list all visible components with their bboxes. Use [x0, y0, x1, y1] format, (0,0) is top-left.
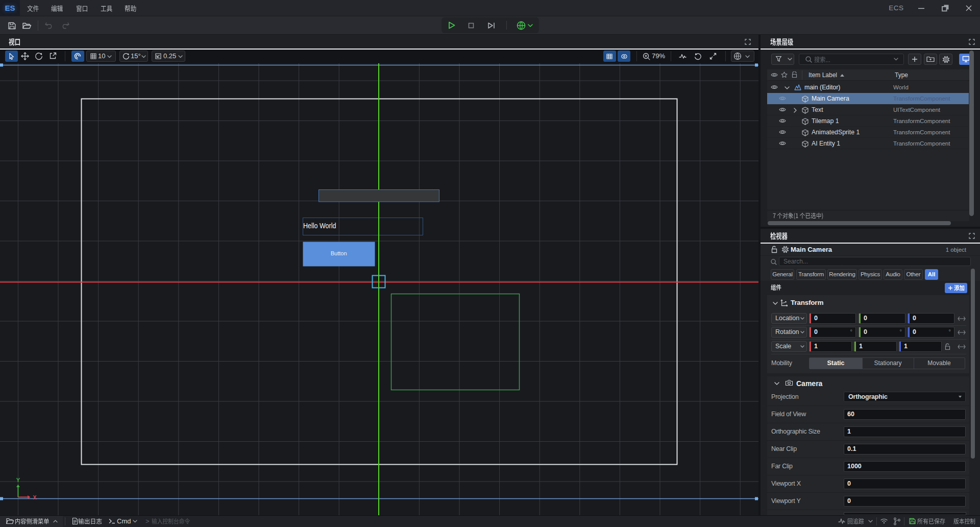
svg-text:Y: Y	[16, 477, 20, 483]
svg-text:Hello World: Hello World	[303, 221, 336, 230]
svg-text:X: X	[33, 494, 37, 500]
svg-text:Button: Button	[331, 250, 347, 256]
